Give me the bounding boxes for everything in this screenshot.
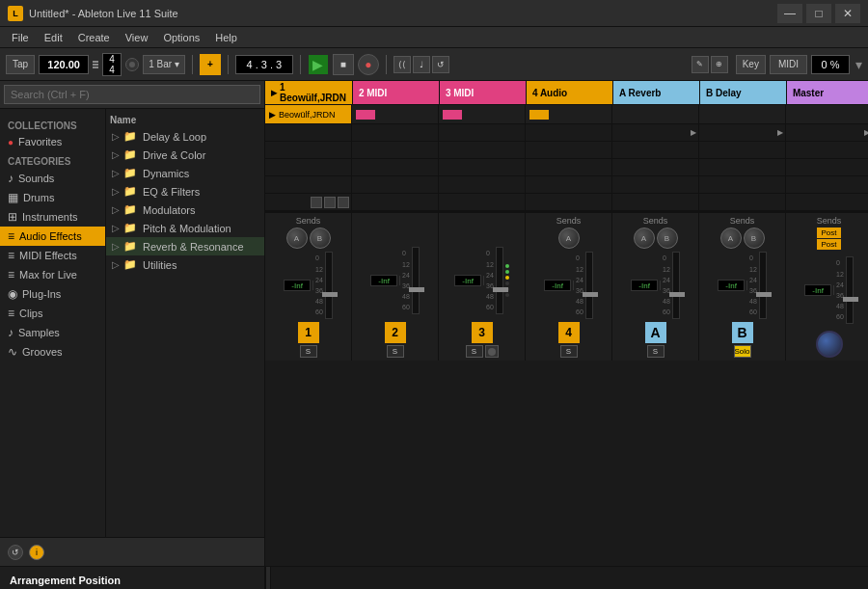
clip-5-2[interactable] <box>352 194 439 210</box>
menu-file[interactable]: File <box>4 30 37 45</box>
fader-handle-2[interactable] <box>409 287 424 292</box>
folder-utilities[interactable]: ▷ 📁 Utilities <box>106 255 264 274</box>
play-button[interactable]: ▶ <box>308 54 329 75</box>
track-header-4[interactable]: 4 Audio <box>527 81 613 104</box>
folder-pitch-mod[interactable]: ▷ 📁 Pitch & Modulation <box>106 219 264 237</box>
track-num-4[interactable]: 4 <box>558 322 580 343</box>
scene-nav-2[interactable] <box>324 197 336 208</box>
clip-5-4[interactable] <box>526 194 612 210</box>
vol-1[interactable]: -Inf <box>284 280 311 291</box>
folder-drive-color[interactable]: ▷ 📁 Drive & Color <box>106 146 264 164</box>
pitch-knob-master[interactable] <box>816 331 843 358</box>
sidebar-item-favorites[interactable]: ● Favorites <box>0 133 105 150</box>
clip-1-a[interactable]: ▶ <box>612 124 699 141</box>
fader-4[interactable] <box>585 252 593 319</box>
sub-track-3[interactable] <box>439 105 526 123</box>
expand-icon[interactable]: ▾ <box>855 57 862 72</box>
loop-length[interactable]: 1 Bar ▾ <box>143 55 185 74</box>
sidebar-item-samples[interactable]: ♪ Samples <box>0 323 105 342</box>
clip-1-b[interactable]: ▶ <box>699 124 786 141</box>
sidebar-item-clips[interactable]: ≡ Clips <box>0 304 105 323</box>
folder-dynamics[interactable]: ▷ 📁 Dynamics <box>106 164 264 182</box>
vol-a[interactable]: -Inf <box>631 280 658 291</box>
clip-2-4[interactable] <box>526 142 612 158</box>
fader-handle-3[interactable] <box>493 287 508 292</box>
sub-track-4[interactable] <box>526 105 612 123</box>
loop-toggle[interactable]: ↺ <box>432 56 449 73</box>
sidebar-item-instruments[interactable]: ⊞ Instruments <box>0 207 105 227</box>
post-btn-2[interactable]: Post <box>817 239 840 250</box>
time-sig-display[interactable]: 4 4 <box>102 53 122 76</box>
track-header-master[interactable]: Master <box>787 81 868 104</box>
sidebar-item-drums[interactable]: ▦ Drums <box>0 188 105 207</box>
solo-1[interactable]: S <box>300 345 317 358</box>
folder-reverb-res[interactable]: ▷ 📁 Reverb & Resonance <box>106 237 264 255</box>
hotswap-button[interactable]: i <box>29 545 44 560</box>
send-knob-4a[interactable]: A <box>558 228 580 249</box>
metronome-btn[interactable]: ♩ <box>413 56 430 73</box>
menu-help[interactable]: Help <box>207 30 245 45</box>
bpm-display[interactable]: 120.00 <box>39 55 89 74</box>
clip-3-4[interactable] <box>526 159 612 175</box>
vol-4[interactable]: -Inf <box>544 280 571 291</box>
clip-5-a[interactable] <box>612 194 699 210</box>
vol-3[interactable]: -Inf <box>454 275 481 286</box>
clip-3-2[interactable] <box>352 159 439 175</box>
sidebar-item-grooves[interactable]: ∿ Grooves <box>0 342 105 361</box>
send-knob-1b[interactable]: B <box>310 228 331 249</box>
arrangement-mode-button[interactable]: + <box>200 54 221 75</box>
clip-2-a[interactable] <box>612 142 699 158</box>
magnet-tool[interactable]: ⊕ <box>711 56 728 73</box>
sub-track-2[interactable] <box>352 105 439 123</box>
track-header-1[interactable]: ▶ 1 Beowülf,JRDN <box>265 81 353 104</box>
clip-3-3[interactable] <box>439 159 526 175</box>
fader-b[interactable] <box>759 252 767 319</box>
sidebar-item-max-for-live[interactable]: ≡ Max for Live <box>0 265 105 284</box>
menu-edit[interactable]: Edit <box>37 30 70 45</box>
fader-a[interactable] <box>672 252 680 319</box>
track-header-2[interactable]: 2 MIDI <box>353 81 440 104</box>
clip-2-3[interactable] <box>439 142 526 158</box>
track-num-1[interactable]: 1 <box>298 322 319 343</box>
clip-5-master[interactable] <box>786 194 868 210</box>
clip-4-2[interactable] <box>352 176 439 193</box>
clip-5-3[interactable] <box>439 194 526 210</box>
track-header-b[interactable]: B Delay <box>700 81 787 104</box>
post-btn-1[interactable]: Post <box>817 228 840 238</box>
folder-delay-loop[interactable]: ▷ 📁 Delay & Loop <box>106 127 264 146</box>
fader-2[interactable] <box>412 247 420 314</box>
clip-2-2[interactable] <box>352 142 439 158</box>
search-input[interactable] <box>4 85 260 104</box>
fader-handle-4[interactable] <box>583 292 598 297</box>
back-to-start[interactable]: ⟨⟨ <box>393 56 411 73</box>
send-knob-bb[interactable]: B <box>744 228 765 249</box>
track-header-a[interactable]: A Reverb <box>613 81 700 104</box>
clip-5-b[interactable] <box>699 194 786 210</box>
fader-handle-1[interactable] <box>322 292 338 297</box>
clip-3-a[interactable] <box>612 159 699 175</box>
clip-4-a[interactable] <box>612 176 699 193</box>
menu-options[interactable]: Options <box>155 30 207 45</box>
sidebar-item-audio-effects[interactable]: ≡ Audio Effects <box>0 227 105 246</box>
fader-handle-master[interactable] <box>843 297 858 302</box>
clip-3-master[interactable] <box>786 159 868 175</box>
metro-button[interactable] <box>125 58 139 71</box>
send-knob-aa[interactable]: A <box>634 228 655 249</box>
send-knob-ba[interactable]: A <box>720 228 742 249</box>
fader-1[interactable] <box>325 252 333 319</box>
clip-3-1[interactable] <box>265 159 352 175</box>
solo-a[interactable]: S <box>647 345 665 358</box>
clip-1-3[interactable] <box>439 124 526 141</box>
sub-track-1[interactable]: ▶ Beowülf,JRDN <box>265 105 352 123</box>
midi-button[interactable]: MIDI <box>770 55 807 74</box>
close-button[interactable]: ✕ <box>835 4 860 23</box>
folder-eq-filters[interactable]: ▷ 📁 EQ & Filters <box>106 182 264 201</box>
clip-4-3[interactable] <box>439 176 526 193</box>
scene-nav-1[interactable] <box>311 197 322 208</box>
clip-2-1[interactable] <box>265 142 352 158</box>
track-num-a[interactable]: A <box>645 322 666 343</box>
sidebar-item-sounds[interactable]: ♪ Sounds <box>0 169 105 188</box>
cpu-display[interactable]: 0 % <box>811 55 850 74</box>
clip-4-master[interactable] <box>786 176 868 193</box>
solo-2[interactable]: S <box>387 345 404 358</box>
